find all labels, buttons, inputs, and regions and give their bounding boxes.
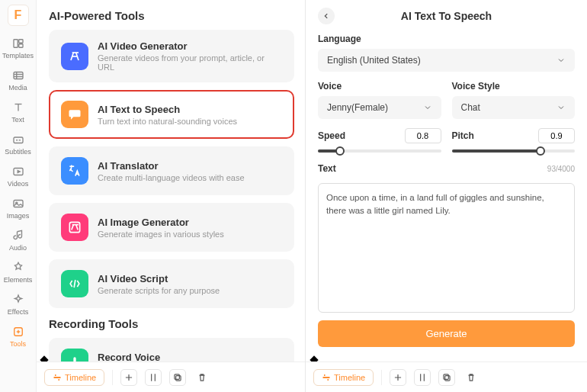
video-script-icon: [61, 270, 88, 297]
tool-ai-video-generator[interactable]: AI Video Generator Generate videos from …: [49, 30, 294, 82]
speed-value[interactable]: 0.8: [405, 128, 441, 143]
sidebar-label: Subtitles: [5, 148, 31, 156]
voice-label: Voice: [318, 81, 441, 92]
voice-style-label: Voice Style: [452, 81, 576, 92]
back-button[interactable]: [318, 8, 335, 24]
voice-style-select[interactable]: Chat: [452, 96, 576, 119]
svg-rect-6: [14, 201, 23, 207]
app-logo: F: [8, 5, 29, 26]
toolbar-divider: [381, 370, 382, 385]
voice-select[interactable]: Jenny(Female): [318, 96, 441, 119]
svg-rect-2: [18, 44, 22, 48]
tts-icon: [61, 101, 88, 128]
sidebar-label: Media: [8, 84, 27, 92]
sidebar-item-text[interactable]: Text: [0, 96, 36, 128]
pitch-slider[interactable]: [452, 149, 576, 153]
sidebar-item-effects[interactable]: Effects: [0, 288, 36, 320]
copy-button[interactable]: [438, 369, 455, 386]
language-select[interactable]: English (United States): [318, 49, 575, 72]
sidebar-label: Elements: [4, 276, 33, 284]
timeline-button[interactable]: Timeline: [313, 369, 374, 386]
svg-rect-1: [18, 40, 22, 43]
ai-tools-section-title: AI-Powered Tools: [49, 9, 294, 22]
sidebar-label: Text: [11, 116, 24, 124]
voice-style-value: Chat: [461, 102, 480, 113]
tool-title: AI Image Generator: [98, 217, 224, 228]
svg-rect-19: [445, 375, 450, 380]
recording-tools-section-title: Recording Tools: [49, 317, 294, 330]
sidebar-item-audio[interactable]: Audio: [0, 224, 36, 256]
chevron-down-icon: [557, 56, 566, 65]
tool-desc: Generate scripts for any purpose: [98, 286, 220, 295]
delete-button[interactable]: [463, 369, 480, 386]
sidebar-item-videos[interactable]: Videos: [0, 160, 36, 192]
svg-rect-4: [14, 137, 23, 143]
char-count: 93/4000: [547, 165, 575, 173]
tool-ai-text-to-speech[interactable]: AI Text to Speech Turn text into natural…: [49, 90, 294, 139]
tool-title: AI Text to Speech: [98, 104, 237, 115]
tool-ai-image-generator[interactable]: AI Image Generator Generate images in va…: [49, 203, 294, 252]
tool-desc: Turn text into natural-sounding voices: [98, 117, 237, 126]
sidebar-item-media[interactable]: Media: [0, 64, 36, 96]
svg-rect-11: [54, 377, 61, 378]
tool-desc: Generate videos from your prompt, articl…: [98, 53, 282, 72]
tts-settings-panel: AI Text To Speech Language English (Unit…: [306, 0, 587, 392]
sidebar-item-subtitles[interactable]: Subtitles: [0, 128, 36, 160]
text-label: Text: [318, 163, 336, 174]
sidebar-label: Effects: [8, 308, 28, 316]
delete-button[interactable]: [194, 369, 210, 386]
timeline-button[interactable]: Timeline: [44, 369, 104, 386]
tools-panel: AI-Powered Tools AI Video Generator Gene…: [37, 0, 305, 392]
tool-ai-video-script[interactable]: AI Video Script Generate scripts for any…: [49, 259, 294, 308]
tool-title: AI Translator: [98, 160, 245, 172]
tool-title: AI Video Script: [98, 273, 220, 284]
sidebar-label: Images: [7, 212, 30, 220]
sidebar-label: Audio: [9, 244, 27, 252]
timeline-label: Timeline: [65, 373, 96, 382]
timeline-icon: [53, 373, 62, 382]
sidebar-item-images[interactable]: Images: [0, 192, 36, 224]
svg-rect-16: [323, 377, 330, 378]
chevron-down-icon: [423, 103, 432, 112]
tts-text-input[interactable]: [318, 183, 575, 313]
svg-rect-14: [176, 375, 181, 380]
sidebar-label: Templates: [2, 52, 34, 59]
timeline-label: Timeline: [334, 373, 365, 382]
toolbar-divider: [112, 370, 113, 385]
bottom-toolbar-right: Timeline: [306, 361, 587, 392]
ai-video-generator-icon: [61, 43, 88, 70]
translator-icon: [61, 157, 88, 185]
svg-rect-15: [175, 374, 179, 378]
voice-value: Jenny(Female): [327, 102, 388, 113]
tool-desc: Create multi-language videos with ease: [98, 173, 245, 182]
sidebar-label: Tools: [10, 340, 26, 348]
panel-title: AI Text To Speech: [335, 10, 558, 22]
add-button[interactable]: [120, 369, 137, 386]
speed-slider[interactable]: [318, 149, 441, 153]
bottom-toolbar-left: Timeline: [37, 361, 305, 392]
tool-title: AI Video Generator: [98, 40, 282, 52]
svg-rect-9: [69, 222, 79, 232]
split-button[interactable]: [145, 369, 162, 386]
speed-label: Speed: [318, 130, 345, 141]
svg-rect-12: [55, 374, 56, 376]
copy-button[interactable]: [169, 369, 186, 386]
sidebar-item-tools[interactable]: Tools: [0, 320, 36, 352]
tool-ai-translator[interactable]: AI Translator Create multi-language vide…: [49, 146, 294, 195]
generate-button[interactable]: Generate: [318, 320, 575, 347]
pitch-label: Pitch: [452, 130, 474, 141]
chevron-down-icon: [557, 103, 566, 112]
app-sidebar: F Templates Media Text Subtitles Videos …: [0, 0, 37, 392]
sidebar-item-elements[interactable]: Elements: [0, 256, 36, 288]
svg-rect-0: [14, 40, 18, 48]
timeline-icon: [322, 373, 331, 382]
svg-rect-17: [324, 374, 326, 376]
svg-rect-13: [59, 379, 60, 381]
language-label: Language: [318, 34, 575, 44]
sidebar-item-templates[interactable]: Templates: [0, 32, 36, 64]
split-button[interactable]: [414, 369, 431, 386]
pitch-value[interactable]: 0.9: [538, 128, 575, 143]
add-button[interactable]: [390, 369, 406, 386]
svg-rect-20: [444, 374, 448, 378]
image-generator-icon: [61, 214, 88, 241]
